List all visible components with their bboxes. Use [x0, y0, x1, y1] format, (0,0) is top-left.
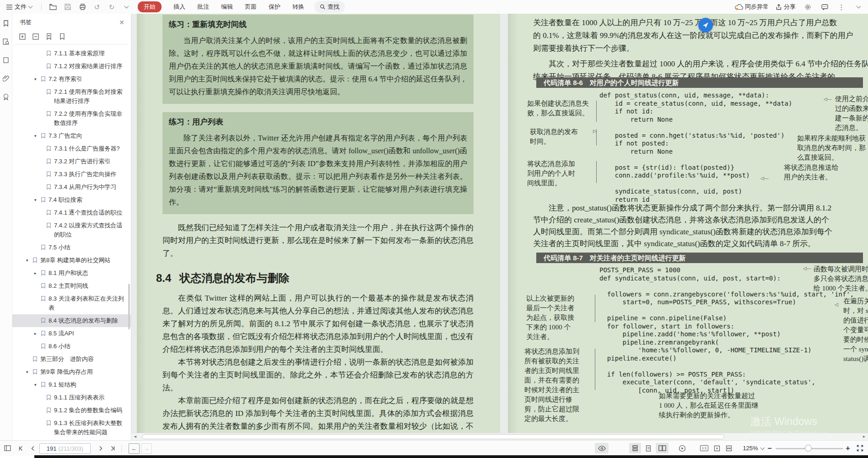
bookmark-item[interactable]: 7.3.3 执行广告定向操作: [12, 168, 131, 181]
bookmark-item[interactable]: 8.6 小结: [12, 340, 131, 353]
last-page-button[interactable]: [107, 441, 118, 456]
presentation-button[interactable]: [676, 441, 688, 456]
search-button[interactable]: 查找: [314, 1, 345, 13]
scroll-right-arrow[interactable]: ▸: [863, 434, 865, 439]
single-page-view-button[interactable]: [642, 441, 654, 456]
ribbon-tab[interactable]: 转换: [292, 3, 304, 11]
thumbnails-pane-button[interactable]: [1, 55, 11, 65]
attachments-pane-button[interactable]: [1, 73, 11, 83]
history-back-button[interactable]: ←: [129, 443, 140, 454]
ribbon-tab[interactable]: 保护: [269, 3, 280, 11]
bookmarks-tab-button[interactable]: [1, 18, 11, 28]
fullscreen-button[interactable]: [854, 441, 866, 456]
panel-scrollbar[interactable]: [128, 284, 130, 329]
bookmark-item[interactable]: 7.5 小结: [12, 241, 131, 254]
more-menu-button[interactable]: ⋮: [836, 2, 846, 12]
settings-button[interactable]: [803, 2, 813, 12]
bookmark-item[interactable]: 7.1.2 对搜索结果进行排序: [12, 60, 131, 73]
bookmarks-panel: 书签 ✕ 7.1.1 基本搜索原理7.1.2 对搜索结果进行排序▾7.2 有序索…: [12, 14, 131, 440]
history-forward-button[interactable]: →: [141, 443, 152, 454]
redo-button[interactable]: ↻: [107, 2, 117, 12]
page-number-input[interactable]: 191 (211/303): [39, 443, 91, 454]
signature-pane-button[interactable]: [1, 92, 11, 102]
expand-arrow-icon[interactable]: ▾: [26, 256, 32, 265]
add-bookmark-button[interactable]: [45, 33, 53, 40]
ribbon-tab[interactable]: 批注: [197, 3, 209, 11]
bookmark-item[interactable]: 7.3.4 从用户行为中学习: [12, 181, 131, 194]
fit-width-button[interactable]: [723, 441, 735, 456]
close-icon[interactable]: ✕: [119, 19, 124, 26]
bookmark-item[interactable]: ▾7.4 职位搜索: [12, 194, 131, 206]
book-view-icon: [658, 445, 666, 451]
zoom-in-button[interactable]: +: [844, 441, 852, 456]
sync-status[interactable]: ! 同步异常: [735, 3, 769, 11]
zoom-dropdown-button[interactable]: [760, 441, 765, 456]
bookmark-item[interactable]: 7.4.1 逐个查找合适的职位: [12, 206, 131, 219]
share-button[interactable]: 分享: [776, 3, 796, 11]
actual-size-button[interactable]: 1:1: [699, 441, 710, 456]
undo-button[interactable]: ↺: [92, 2, 102, 12]
bookmark-item[interactable]: 7.3.1 什么是广告服务器?: [12, 142, 131, 155]
floating-assistant-button[interactable]: [698, 18, 713, 32]
two-page-view-button[interactable]: [656, 443, 669, 453]
expand-all-button[interactable]: [19, 33, 26, 40]
bookmark-item[interactable]: 第三部分 进阶内容: [12, 353, 131, 366]
bookmark-item[interactable]: 7.3.2 对广告进行索引: [12, 155, 131, 168]
bookmark-item[interactable]: 7.1.1 基本搜索原理: [12, 47, 131, 60]
expand-arrow-icon[interactable]: ▾: [26, 367, 32, 377]
search-pane-button[interactable]: [1, 37, 11, 47]
ribbon-tab[interactable]: 编辑: [221, 3, 233, 11]
zoom-slider-knob[interactable]: [805, 445, 812, 452]
bookmark-item[interactable]: 9.1.2 集合的整数集合编码: [12, 404, 131, 417]
ribbon-tab[interactable]: 开始: [138, 1, 162, 12]
next-page-button[interactable]: [95, 441, 106, 456]
collapse-toolbar-button[interactable]: [853, 2, 863, 12]
bookmark-item[interactable]: ▾第8章 构建简单的社交网站: [12, 254, 131, 267]
expand-arrow-icon[interactable]: ▾: [34, 380, 41, 389]
bookmark-item[interactable]: ▸8.1 用户和状态: [12, 267, 131, 280]
expand-arrow-icon[interactable]: ▸: [34, 329, 41, 338]
file-menu[interactable]: 文件: [4, 2, 35, 12]
open-file-button[interactable]: [48, 2, 58, 12]
zoom-level-label[interactable]: 125%: [741, 441, 760, 456]
fit-page-button[interactable]: [711, 441, 723, 456]
bookmark-item[interactable]: ▾7.3 广告定向: [12, 129, 131, 142]
bookmark-item[interactable]: 8.4 状态消息的发布与删除: [12, 314, 131, 327]
print-button[interactable]: [77, 2, 87, 12]
bookmark-icon: [46, 89, 51, 95]
scroll-left-arrow[interactable]: ◂: [134, 434, 136, 439]
horizontal-scrollbar[interactable]: ◂ ▸: [131, 433, 868, 441]
expand-arrow-icon[interactable]: ▾: [34, 75, 41, 84]
bookmark-flag-button[interactable]: [59, 33, 66, 40]
expand-arrow-icon[interactable]: ▾: [34, 131, 41, 140]
ribbon-tab[interactable]: 页面: [245, 3, 257, 11]
bookmark-item[interactable]: ▾第9章 降低内存占用: [12, 366, 131, 378]
bookmark-item[interactable]: ▸8.5 流API: [12, 327, 131, 340]
bookmark-item[interactable]: 9.1.1 压缩列表表示: [12, 391, 131, 404]
expand-arrow-icon[interactable]: ▸: [34, 269, 41, 278]
previous-page-button[interactable]: [27, 441, 38, 456]
bookmark-label: 7.2.2 使用有序集合实现非数值排序: [54, 109, 127, 128]
save-button[interactable]: [63, 2, 73, 12]
bookmark-item[interactable]: 8.2 主页时间线: [12, 280, 131, 292]
horizontal-scrollbar-thumb[interactable]: [142, 434, 724, 439]
status-bar: 191 (211/303) ← → 1:1: [0, 440, 868, 456]
bookmark-item[interactable]: 7.4.2 以搜索方式查找合适的职位: [12, 219, 131, 241]
expand-arrow-icon[interactable]: ▾: [34, 195, 41, 205]
eye-protect-button[interactable]: [595, 443, 609, 453]
ribbon-tab[interactable]: 插入: [173, 3, 185, 11]
continuous-view-button[interactable]: [629, 443, 641, 453]
bookmark-item[interactable]: ▾9.1 短结构: [12, 378, 131, 391]
more-commands-button[interactable]: [121, 2, 131, 12]
toggle-sidebar-button[interactable]: [2, 441, 13, 456]
bookmark-item[interactable]: 9.1.3 长压缩列表和大整数集合带来的性能问题: [12, 417, 131, 439]
comments-button[interactable]: [819, 2, 830, 12]
zoom-out-button[interactable]: −: [766, 441, 773, 456]
bookmark-item[interactable]: 7.2.2 使用有序集合实现非数值排序: [12, 108, 131, 129]
bookmark-item[interactable]: ▾7.2 有序索引: [12, 73, 131, 86]
collapse-all-button[interactable]: [32, 33, 39, 40]
first-page-button[interactable]: [16, 441, 27, 456]
document-viewport[interactable]: 练习：重新填充时间线 当用户取消关注某个人的时候，该用户的主页时间线上面将有不定…: [131, 14, 868, 433]
bookmark-item[interactable]: 8.3 关注者列表和正在关注列表: [12, 292, 131, 314]
bookmark-item[interactable]: 7.2.1 使用有序集合对搜索结果进行排序: [12, 86, 131, 108]
